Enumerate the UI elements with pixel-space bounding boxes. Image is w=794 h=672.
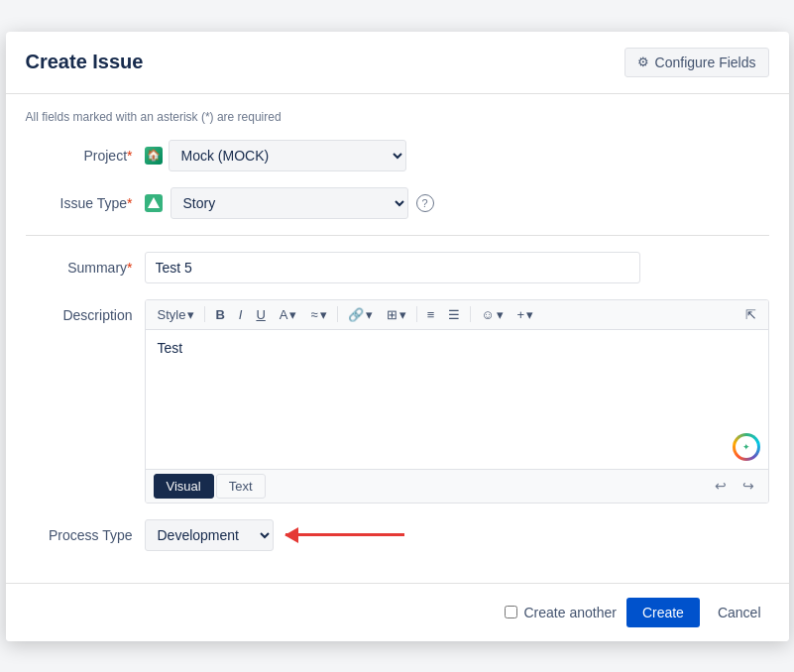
process-type-select[interactable]: Development Design Testing Deployment [145, 519, 274, 551]
italic-button[interactable]: I [233, 304, 249, 325]
create-another-checkbox[interactable] [505, 606, 517, 618]
editor-content[interactable]: Test ✦ [146, 330, 768, 469]
required-note: All fields marked with an asterisk (*) a… [26, 110, 769, 124]
ai-assist-button[interactable]: ✦ [733, 433, 760, 461]
style-button[interactable]: Style ▾ [152, 304, 201, 325]
text-tab[interactable]: Text [216, 474, 266, 499]
visual-tab[interactable]: Visual [154, 474, 214, 499]
description-label: Description [26, 299, 145, 323]
process-type-row: Process Type Development Design Testing … [26, 519, 769, 551]
gear-icon: ⚙ [637, 55, 649, 69]
modal-footer: Create another Create Cancel [6, 583, 789, 641]
bullet-list-button[interactable]: ≡ [421, 304, 441, 325]
arrow-indicator [285, 533, 404, 536]
color-button[interactable]: A ▾ [274, 304, 303, 325]
issue-type-select[interactable]: Story Bug Task Epic [170, 187, 408, 219]
summary-input[interactable] [145, 252, 640, 283]
link-button[interactable]: 🔗▾ [342, 304, 379, 325]
arrow-line [285, 533, 404, 536]
project-row: Project 🏠 Mock (MOCK) [26, 140, 769, 171]
modal-title: Create Issue [26, 51, 144, 73]
issue-type-label: Issue Type [26, 195, 145, 211]
description-row: Description Style ▾ B I U A ▾ [26, 299, 769, 504]
process-type-field: Development Design Testing Deployment [145, 519, 404, 551]
editor-undo-redo: ↩ ↪ [709, 475, 760, 497]
configure-fields-button[interactable]: ⚙ Configure Fields [624, 48, 769, 77]
summary-row: Summary [26, 252, 769, 283]
toolbar-divider-4 [470, 306, 471, 322]
project-label: Project [26, 148, 145, 164]
view-tabs: Visual Text [154, 474, 266, 499]
toolbar-divider-1 [204, 306, 205, 322]
svg-marker-0 [148, 197, 160, 208]
undo-button[interactable]: ↩ [709, 475, 733, 497]
underline-button[interactable]: U [250, 304, 271, 325]
editor-toolbar: Style ▾ B I U A ▾ ≈▾ � [146, 300, 768, 330]
table-button[interactable]: ⊞▾ [381, 304, 412, 325]
format-button[interactable]: ≈▾ [304, 304, 332, 325]
project-icon: 🏠 [145, 147, 163, 165]
project-select[interactable]: Mock (MOCK) [169, 140, 406, 171]
project-field: 🏠 Mock (MOCK) [145, 140, 769, 171]
help-icon[interactable]: ? [416, 194, 434, 212]
editor-footer: Visual Text ↩ ↪ [146, 469, 768, 503]
toolbar-divider-2 [337, 306, 338, 322]
issue-type-row: Issue Type Story Bug Task Epic ? [26, 187, 769, 219]
create-another-checkbox-label[interactable]: Create another [505, 605, 616, 620]
form-divider [26, 235, 769, 236]
editor-text: Test [158, 340, 183, 356]
emoji-button[interactable]: ☺▾ [475, 304, 509, 325]
numbered-list-button[interactable]: ☰ [442, 304, 466, 325]
cancel-button[interactable]: Cancel [710, 598, 769, 627]
more-button[interactable]: +▾ [511, 304, 540, 325]
issue-type-field: Story Bug Task Epic ? [145, 187, 769, 219]
create-button[interactable]: Create [626, 598, 700, 627]
create-another-label: Create another [523, 605, 616, 620]
process-type-label: Process Type [26, 527, 145, 543]
modal-header: Create Issue ⚙ Configure Fields [6, 32, 789, 94]
summary-field [145, 252, 769, 283]
expand-button[interactable]: ⇱ [739, 304, 762, 325]
bold-button[interactable]: B [209, 304, 230, 325]
toolbar-divider-3 [416, 306, 417, 322]
description-editor: Style ▾ B I U A ▾ ≈▾ � [145, 299, 769, 504]
issue-type-icon [145, 194, 163, 212]
summary-label: Summary [26, 260, 145, 276]
create-issue-modal: Create Issue ⚙ Configure Fields All fiel… [6, 32, 789, 641]
redo-button[interactable]: ↪ [737, 475, 760, 497]
modal-body: All fields marked with an asterisk (*) a… [6, 94, 789, 583]
